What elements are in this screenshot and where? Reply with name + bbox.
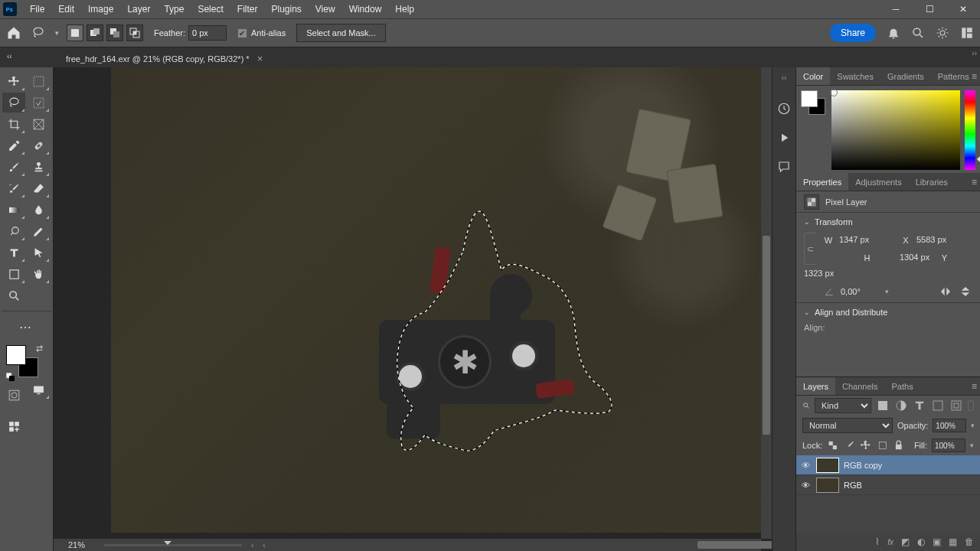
history-brush-tool[interactable] [2,178,25,198]
eraser-tool[interactable] [27,178,50,198]
document-canvas[interactable] [111,67,762,533]
comments-panel-icon[interactable] [777,160,791,174]
feather-input[interactable] [188,25,227,41]
tab-gradients[interactable]: Gradients [880,67,931,85]
blur-tool[interactable] [27,200,50,220]
more-tools[interactable]: ⋯ [2,317,48,337]
visibility-icon[interactable]: 👁 [799,461,812,470]
tab-adjustments[interactable]: Adjustments [848,173,909,191]
tab-color[interactable]: Color [796,67,830,85]
flip-horizontal-icon[interactable] [939,285,952,298]
filter-type-icon[interactable] [913,399,926,412]
blend-mode-select[interactable]: Normal [802,418,893,433]
frame-tool[interactable] [27,114,50,134]
vertical-scrollbar[interactable] [761,67,772,539]
tool-preset-icon[interactable] [31,25,51,41]
adjustment-icon[interactable]: ◐ [917,536,925,547]
y-input[interactable] [804,268,850,279]
menu-type[interactable]: Type [157,4,191,15]
filter-kind-select[interactable]: Kind [815,398,871,413]
new-layer-icon[interactable]: ▦ [949,536,957,547]
tab-layers[interactable]: Layers [796,377,835,395]
move-tool[interactable] [2,71,25,91]
crop-tool[interactable] [2,114,25,134]
menu-edit[interactable]: Edit [51,4,81,15]
zoom-tool[interactable] [2,285,25,305]
selection-subtract-icon[interactable] [106,24,123,41]
layer-name[interactable]: RGB [844,481,862,490]
layer-name[interactable]: RGB copy [844,461,882,470]
selection-intersect-icon[interactable] [126,24,143,41]
history-panel-icon[interactable] [777,102,791,116]
search-icon[interactable] [911,26,925,40]
dodge-tool[interactable] [2,221,25,241]
share-button[interactable]: Share [830,24,876,42]
lock-transparent-icon[interactable] [827,439,839,452]
menu-plugins[interactable]: Plugins [264,4,308,15]
layer-thumbnail[interactable] [816,458,839,473]
mask-icon[interactable]: ◩ [901,536,910,547]
zoom-level[interactable]: 21% [54,540,100,549]
align-section-header[interactable]: ⌄Align and Distribute [804,308,972,317]
quick-mask-icon[interactable] [2,385,25,405]
notifications-icon[interactable] [887,26,900,40]
minimize-button[interactable]: ─ [879,0,913,18]
color-field[interactable] [831,90,960,170]
object-select-tool[interactable] [27,93,50,112]
angle-chevron-icon[interactable]: ▾ [885,288,889,295]
hand-tool[interactable] [27,264,50,284]
layer-row[interactable]: 👁 RGB [796,475,980,495]
select-and-mask-button[interactable]: Select and Mask... [296,24,386,42]
lock-artboard-icon[interactable] [877,439,889,452]
transform-section-header[interactable]: ⌄Transform [804,217,972,227]
workspace-icon[interactable] [936,26,949,40]
delete-icon[interactable]: 🗑 [965,536,974,547]
color-swatches[interactable]: ⇄ [5,344,51,379]
tab-scroll-icon[interactable]: ‹‹ [4,52,15,60]
tab-paths[interactable]: Paths [885,377,920,395]
link-layers-icon[interactable]: ⌇ [875,536,880,547]
x-input[interactable] [916,234,962,246]
lock-position-icon[interactable] [860,439,872,452]
fill-chevron-icon[interactable]: ▾ [970,442,974,449]
angle-input[interactable] [841,287,879,297]
document-tab[interactable]: free_hdr_164.exr @ 21% (RGB copy, RGB/32… [58,49,270,67]
menu-view[interactable]: View [309,4,342,15]
menu-help[interactable]: Help [388,4,421,15]
color-swatch-box[interactable] [801,90,827,116]
opacity-input[interactable] [933,419,966,432]
path-select-tool[interactable] [27,243,50,262]
selection-add-icon[interactable] [87,24,103,41]
menu-layer[interactable]: Layer [120,4,157,15]
filter-adjust-icon[interactable] [894,399,908,412]
canvas-area[interactable]: 21% › ‹ › [54,67,772,551]
layer-thumbnail[interactable] [816,478,839,493]
scroll-left-icon[interactable]: ‹ [258,541,270,549]
default-colors-icon[interactable] [6,373,15,382]
eyedropper-tool[interactable] [2,135,25,155]
filter-search-icon[interactable] [802,402,810,409]
filter-pixel-icon[interactable] [876,399,890,412]
filter-toggle[interactable] [968,400,974,411]
close-button[interactable]: ✕ [946,0,980,18]
panel-menu-icon[interactable]: ≡ [972,71,977,82]
edit-toolbar-icon[interactable] [2,416,25,436]
visibility-icon[interactable]: 👁 [799,481,812,490]
lasso-tool[interactable] [2,93,25,112]
menu-file[interactable]: File [23,4,51,15]
selection-new-icon[interactable] [67,24,83,41]
tab-channels[interactable]: Channels [835,377,884,395]
tab-close-icon[interactable]: × [257,53,263,64]
screen-mode-icon[interactable] [27,380,50,399]
horizontal-scrollbar[interactable] [276,543,743,546]
panel-menu-icon[interactable]: ≡ [972,177,977,187]
antialias-checkbox[interactable]: ✔ [237,28,247,38]
marquee-tool[interactable] [27,71,50,91]
tool-preset-chevron-icon[interactable]: ▾ [55,29,59,37]
width-input[interactable] [839,234,885,246]
zoom-next-icon[interactable]: › [247,541,258,549]
expand-strip-icon[interactable]: ‹‹ [782,73,787,82]
maximize-button[interactable]: ☐ [913,0,946,18]
filter-smart-icon[interactable] [949,399,963,412]
menu-image[interactable]: Image [81,4,120,15]
